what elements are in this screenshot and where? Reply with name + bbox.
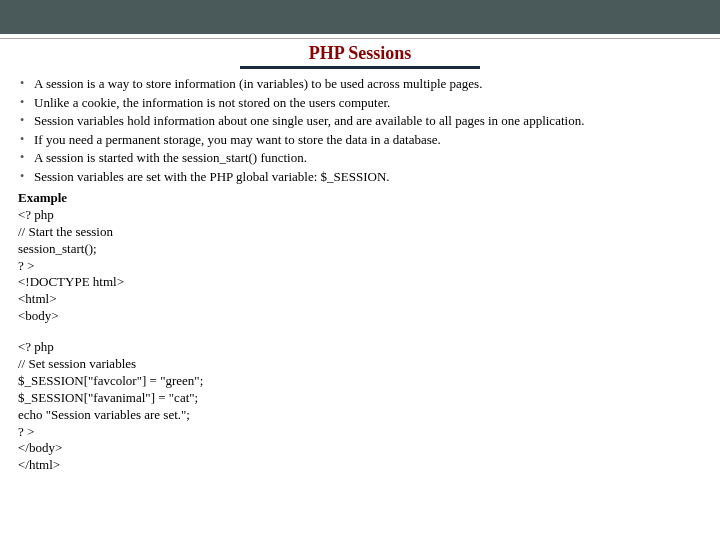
title-underline [240,66,480,69]
list-item: Unlike a cookie, the information is not … [18,94,702,112]
list-item: Session variables are set with the PHP g… [18,168,702,186]
code-block-1: <? php // Start the session session_star… [18,207,702,325]
list-item: A session is a way to store information … [18,75,702,93]
list-item: A session is started with the session_st… [18,149,702,167]
header-bar [0,0,720,34]
bullet-list: A session is a way to store information … [18,75,702,185]
title-wrap: PHP Sessions [0,43,720,66]
slide: PHP Sessions A session is a way to store… [0,0,720,540]
list-item: Session variables hold information about… [18,112,702,130]
example-label: Example [18,189,702,207]
content: A session is a way to store information … [0,66,720,474]
divider [0,38,720,39]
list-item: If you need a permanent storage, you may… [18,131,702,149]
page-title: PHP Sessions [309,43,412,66]
code-block-2: <? php // Set session variables $_SESSIO… [18,339,702,474]
